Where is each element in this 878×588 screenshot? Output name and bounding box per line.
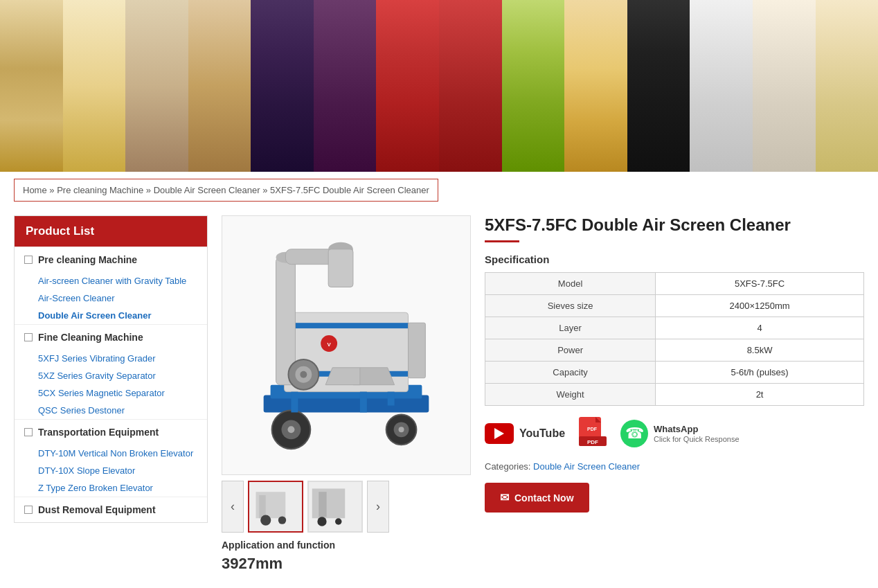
- svg-point-31: [260, 515, 271, 525]
- breadcrumb-level2[interactable]: Double Air Screen Cleaner: [154, 185, 260, 195]
- breadcrumb: Home » Pre cleaning Machine » Double Air…: [14, 179, 438, 202]
- svg-text:PDF: PDF: [587, 439, 598, 445]
- details-section: 5XFS-7.5FC Double Air Screen Cleaner Spe…: [485, 215, 864, 573]
- spec-row-3: Power8.5kW: [485, 339, 864, 362]
- svg-rect-23: [291, 392, 298, 413]
- category-icon-dust: [24, 506, 33, 514]
- spec-label-1: Sieves size: [485, 295, 656, 317]
- svg-point-19: [300, 371, 307, 378]
- category-icon-transport: [24, 428, 33, 436]
- svg-point-8: [399, 427, 404, 432]
- banner-col-11: [627, 0, 690, 172]
- banner-col-2: [63, 0, 126, 172]
- header-banner: [0, 0, 878, 172]
- contact-now-button[interactable]: ✉ Contact Now: [485, 483, 589, 513]
- main-product-image: V: [222, 215, 471, 475]
- thumb-prev-arrow[interactable]: ‹: [222, 481, 244, 533]
- whatsapp-button[interactable]: ☎ WhatsApp Click for Quick Response: [620, 420, 740, 447]
- application-section: Application and function: [222, 540, 471, 551]
- spec-label-2: Layer: [485, 317, 656, 339]
- banner-col-5: [251, 0, 314, 172]
- sidebar-category-fine-cleaning[interactable]: Fine Cleaning Machine: [15, 324, 207, 350]
- svg-point-32: [278, 516, 286, 524]
- dimension-value: 3927mm: [222, 555, 283, 573]
- action-row: YouTube PDF PDF ☎ WhatsApp: [485, 417, 864, 450]
- sidebar-item-qsc[interactable]: QSC Series Destoner: [15, 402, 207, 419]
- breadcrumb-sep3: »: [262, 185, 267, 195]
- youtube-label: YouTube: [519, 427, 565, 440]
- sidebar-item-5xfj[interactable]: 5XFJ Series Vibrating Grader: [15, 350, 207, 367]
- svg-text:PDF: PDF: [587, 427, 598, 431]
- spec-value-3: 8.5kW: [656, 339, 864, 362]
- spec-label-4: Capacity: [485, 362, 656, 384]
- product-title: 5XFS-7.5FC Double Air Screen Cleaner: [485, 215, 864, 235]
- spec-label-0: Model: [485, 273, 656, 295]
- spec-value-0: 5XFS-7.5FC: [656, 273, 864, 295]
- sidebar-item-double-air-screen[interactable]: Double Air Screen Cleaner: [15, 307, 207, 324]
- pdf-button[interactable]: PDF PDF: [579, 417, 607, 450]
- breadcrumb-current: 5XFS-7.5FC Double Air Screen Cleaner: [270, 185, 429, 195]
- image-section: V ‹: [222, 215, 471, 573]
- svg-rect-34: [312, 488, 346, 518]
- spec-value-1: 2400×1250mm: [656, 295, 864, 317]
- svg-rect-10: [285, 323, 409, 328]
- sidebar-item-5xz[interactable]: 5XZ Series Gravity Separator: [15, 367, 207, 384]
- categories-prefix: Categories:: [485, 461, 530, 472]
- spec-label: Specification: [485, 253, 864, 265]
- product-area: V ‹: [222, 215, 864, 573]
- spec-label-5: Weight: [485, 384, 656, 406]
- product-svg: V: [222, 216, 470, 474]
- banner-col-6: [314, 0, 377, 172]
- envelope-icon: ✉: [500, 491, 509, 504]
- svg-rect-20: [409, 323, 426, 378]
- category-icon-pre-cleaning: [24, 256, 33, 264]
- thumb-next-arrow[interactable]: ›: [367, 481, 389, 533]
- sidebar-item-z-type[interactable]: Z Type Zero Broken Elevator: [15, 479, 207, 497]
- breadcrumb-sep1: »: [49, 185, 57, 195]
- spec-row-4: Capacity5-6t/h (pulses): [485, 362, 864, 384]
- whatsapp-text: WhatsApp Click for Quick Response: [654, 424, 740, 444]
- breadcrumb-level1[interactable]: Pre cleaning Machine: [57, 185, 143, 195]
- thumbnail-1[interactable]: [248, 481, 303, 533]
- svg-rect-16: [328, 249, 353, 287]
- dimension-bar: 3927mm: [222, 555, 471, 573]
- breadcrumb-sep2: »: [146, 185, 151, 195]
- banner-col-12: [690, 0, 753, 172]
- sidebar-item-5cx[interactable]: 5CX Series Magnetic Separator: [15, 384, 207, 402]
- spec-row-1: Sieves size2400×1250mm: [485, 295, 864, 317]
- youtube-play-icon: [494, 428, 504, 439]
- sidebar-item-dty10m[interactable]: DTY-10M Vertical Non Broken Elevator: [15, 445, 207, 462]
- sidebar-item-air-screen-cleaner[interactable]: Air-Screen Cleaner: [15, 289, 207, 307]
- banner-col-13: [753, 0, 816, 172]
- banner-col-10: [564, 0, 627, 172]
- banner-col-7: [376, 0, 439, 172]
- spec-row-5: Weight2t: [485, 384, 864, 406]
- whatsapp-label: WhatsApp: [654, 424, 740, 436]
- sidebar-category-label-0: Pre cleaning Machine: [38, 254, 137, 265]
- svg-rect-25: [388, 392, 395, 406]
- spec-table: Model5XFS-7.5FCSieves size2400×1250mmLay…: [485, 272, 864, 406]
- banner-col-14: [816, 0, 878, 172]
- title-underline: [485, 240, 519, 242]
- contact-btn-label: Contact Now: [514, 492, 574, 504]
- spec-value-5: 2t: [656, 384, 864, 406]
- spec-row-2: Layer4: [485, 317, 864, 339]
- sidebar-category-pre-cleaning[interactable]: Pre cleaning Machine: [15, 247, 207, 272]
- breadcrumb-home[interactable]: Home: [23, 185, 47, 195]
- sidebar-item-air-screen-gravity[interactable]: Air-screen Cleaner with Gravity Table: [15, 272, 207, 289]
- thumbnail-2[interactable]: [307, 481, 363, 533]
- sidebar-category-dust[interactable]: Dust Removal Equipment: [15, 497, 207, 522]
- banner-col-9: [502, 0, 565, 172]
- svg-text:V: V: [327, 341, 331, 348]
- spec-value-4: 5-6t/h (pulses): [656, 362, 864, 384]
- sidebar-category-transport[interactable]: Transportation Equipment: [15, 419, 207, 445]
- categories-link[interactable]: Double Air Screen Cleaner: [533, 461, 640, 472]
- banner-col-8: [439, 0, 502, 172]
- spec-label-3: Power: [485, 339, 656, 362]
- whatsapp-icon: ☎: [620, 420, 648, 447]
- category-icon-fine-cleaning: [24, 333, 33, 341]
- svg-point-37: [335, 518, 342, 525]
- youtube-button[interactable]: YouTube: [485, 423, 565, 444]
- svg-rect-24: [360, 392, 367, 413]
- sidebar-item-dty10x[interactable]: DTY-10X Slope Elevator: [15, 462, 207, 479]
